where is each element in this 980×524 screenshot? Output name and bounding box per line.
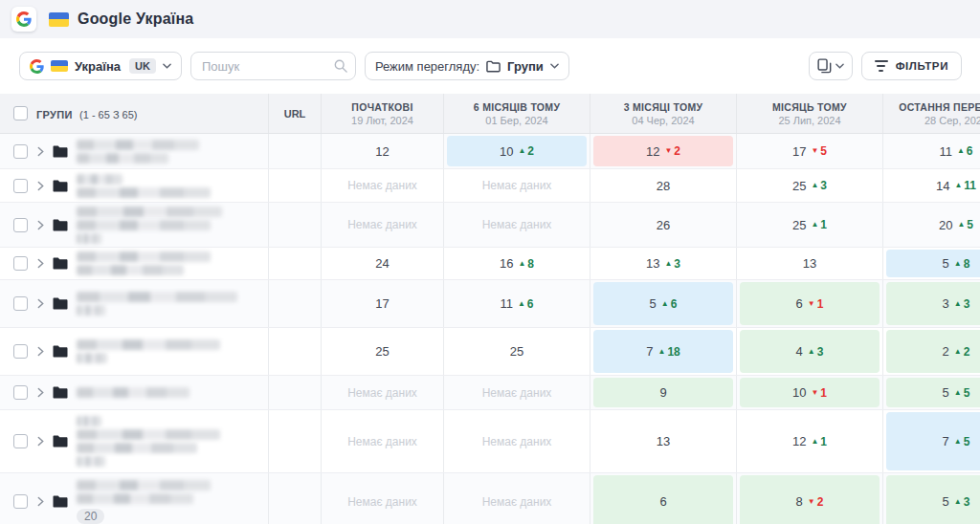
arrow-up-icon: ▲ (954, 389, 962, 397)
group-name-redacted[interactable] (77, 292, 237, 316)
group-name-redacted[interactable] (77, 251, 211, 275)
rank-tracker-app: Google Україна Україна UK Режим перегляд… (0, 0, 980, 524)
position-delta: 3 (817, 345, 824, 359)
position-cell: 11▲6 (443, 280, 590, 327)
row-checkbox[interactable] (13, 144, 28, 159)
position-cell: 12▲1 (736, 410, 882, 472)
position-cell: 26 (590, 203, 736, 247)
group-name-redacted[interactable] (77, 387, 189, 398)
position-value: 11 (500, 296, 513, 311)
position-cell: 7▲18 (590, 328, 736, 375)
group-name-redacted[interactable] (77, 140, 199, 164)
url-column-header[interactable]: URL (268, 94, 321, 133)
expand-chevron-icon[interactable] (37, 436, 44, 447)
row-checkbox[interactable] (13, 434, 28, 448)
keywords-count-badge: 20 (77, 509, 104, 524)
ukraine-flag-icon (51, 60, 68, 72)
group-name-redacted[interactable] (77, 174, 211, 198)
position-cell: 5▲3 (882, 473, 980, 524)
view-mode-value: Групи (507, 59, 544, 74)
url-cell (268, 134, 321, 168)
position-value: 8 (796, 494, 803, 509)
row-checkbox[interactable] (13, 256, 28, 271)
url-cell (268, 203, 321, 247)
position-cell: Немає даних (321, 169, 443, 202)
chevron-down-icon (550, 63, 559, 69)
row-checkbox[interactable] (13, 344, 28, 359)
row-checkbox[interactable] (13, 179, 28, 193)
groups-column-header[interactable]: ГРУПИ (1 - 65 З 65) (0, 94, 268, 133)
position-value: 16 (500, 256, 513, 271)
url-cell (268, 410, 321, 472)
group-name-redacted[interactable] (77, 207, 222, 244)
position-value: 25 (792, 218, 806, 232)
position-cell: 13 (590, 410, 736, 472)
arrow-down-icon: ▼ (811, 389, 818, 397)
position-delta: 3 (964, 297, 970, 311)
position-delta: 3 (820, 179, 827, 192)
expand-chevron-icon[interactable] (37, 496, 44, 507)
group-cell (0, 376, 268, 409)
expand-chevron-icon[interactable] (37, 146, 44, 157)
no-data-label: Немає даних (347, 386, 417, 400)
position-value: 12 (646, 144, 659, 159)
position-cell: 5▲8 (882, 248, 980, 279)
arrow-up-icon: ▲ (661, 300, 669, 308)
ukraine-flag-icon (49, 12, 69, 27)
copy-columns-button[interactable] (809, 52, 853, 80)
position-delta: 1 (817, 297, 824, 311)
group-name-redacted[interactable]: 20 (77, 480, 211, 524)
expand-chevron-icon[interactable] (37, 387, 44, 398)
expand-chevron-icon[interactable] (37, 258, 44, 269)
date-column-header-3[interactable]: 3 МІСЯЦІ ТОМУ04 Чер, 2024 (590, 94, 736, 133)
expand-chevron-icon[interactable] (37, 346, 44, 357)
project-selector[interactable]: Україна UK (19, 52, 182, 80)
row-checkbox[interactable] (13, 494, 28, 509)
position-value: 7 (943, 434, 949, 448)
position-cell: 17 (321, 280, 443, 327)
folder-icon (53, 257, 68, 270)
no-data-label: Немає даних (482, 179, 552, 192)
filters-button[interactable]: ФІЛЬТРИ (861, 52, 962, 80)
position-cell: 17▼5 (736, 134, 882, 168)
url-cell (268, 280, 321, 327)
position-value: 4 (796, 344, 803, 359)
expand-chevron-icon[interactable] (37, 181, 44, 191)
search-input[interactable] (190, 52, 356, 80)
position-value: 9 (659, 385, 666, 400)
search-icon (334, 59, 347, 73)
group-name-redacted[interactable] (77, 416, 220, 467)
position-delta: 6 (671, 297, 678, 311)
row-checkbox[interactable] (13, 385, 28, 400)
position-cell: 24 (321, 248, 443, 279)
date-column-header-1[interactable]: ПОЧАТКОВІ19 Лют, 2024 (321, 94, 443, 133)
date-column-header-4[interactable]: МІСЯЦЬ ТОМУ25 Лип, 2024 (736, 94, 882, 133)
language-badge: UK (129, 58, 156, 74)
table-row: Немає данихНемає даних910▼15▲5 (0, 376, 980, 410)
select-all-checkbox[interactable] (13, 106, 28, 120)
table-row: 1711▲65▲66▼13▲3 (0, 280, 980, 328)
position-cell: 11▲6 (882, 134, 980, 168)
position-delta: 2 (964, 345, 970, 359)
position-cell: Немає даних (321, 473, 443, 524)
position-value: 6 (659, 494, 666, 509)
position-cell: Немає даних (321, 410, 443, 472)
position-cell: 10▲2 (443, 134, 590, 168)
google-g-icon (30, 59, 44, 74)
table-row: 20Немає данихНемає даних68▼25▲3 (0, 473, 980, 524)
view-mode-selector[interactable]: Режим перегляду: Групи (365, 52, 569, 80)
no-data-label: Немає даних (482, 435, 552, 448)
date-column-header-5[interactable]: ОСТАННЯ ПЕРЕВІРКА28 Сер, 2024 (882, 94, 980, 133)
position-value: 12 (375, 144, 389, 159)
expand-chevron-icon[interactable] (37, 298, 44, 309)
row-checkbox[interactable] (13, 296, 28, 311)
position-value: 5 (943, 494, 949, 509)
position-cell: 14▲11 (882, 169, 980, 202)
expand-chevron-icon[interactable] (37, 220, 44, 230)
table-row: 25257▲184▲32▲2 (0, 328, 980, 376)
group-name-redacted[interactable] (77, 339, 220, 363)
row-checkbox[interactable] (13, 218, 28, 232)
date-column-header-2[interactable]: 6 МІСЯЦІВ ТОМУ01 Бер, 2024 (443, 94, 590, 133)
position-value: 10 (500, 144, 513, 159)
arrow-up-icon: ▲ (811, 438, 818, 446)
